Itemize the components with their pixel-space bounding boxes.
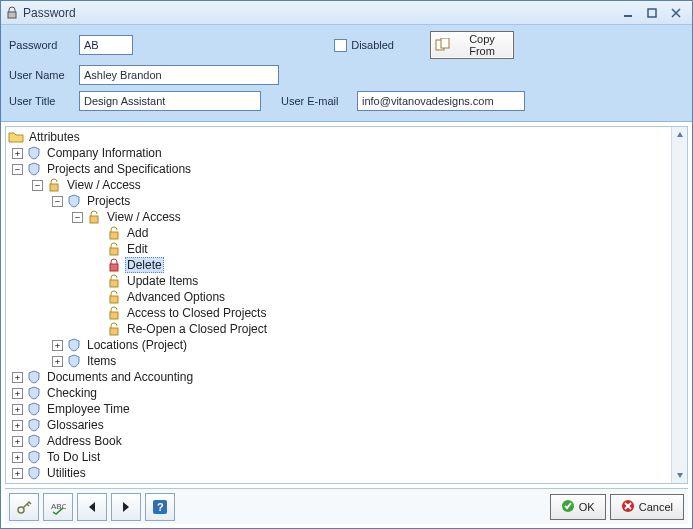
useremail-input[interactable] <box>357 91 525 111</box>
shield-icon <box>26 465 42 481</box>
tree-node-label: Checking <box>45 386 99 400</box>
svg-point-19 <box>622 500 634 512</box>
svg-rect-2 <box>648 9 656 17</box>
shield-icon <box>26 385 42 401</box>
tree-container: Attributes+Company Information−Projects … <box>5 126 688 484</box>
tree-node[interactable]: Delete <box>8 257 671 273</box>
svg-point-18 <box>562 500 574 512</box>
expander-plus[interactable]: + <box>12 404 23 415</box>
tree-node[interactable]: −View / Access <box>8 177 671 193</box>
prev-button[interactable] <box>77 493 107 521</box>
scrollbar[interactable] <box>671 127 687 483</box>
tree-node-label: Documents and Accounting <box>45 370 195 384</box>
copy-from-button[interactable]: Copy From <box>430 31 514 59</box>
lock-open-icon <box>86 209 102 225</box>
cancel-icon <box>621 499 635 515</box>
expander-plus[interactable]: + <box>12 148 23 159</box>
svg-rect-1 <box>624 15 632 17</box>
tree-root-label: Attributes <box>27 130 82 144</box>
lock-open-icon <box>46 177 62 193</box>
tree-node[interactable]: +Employee Time <box>8 401 671 417</box>
tree-node[interactable]: −Projects <box>8 193 671 209</box>
disabled-checkbox[interactable]: Disabled <box>334 39 394 52</box>
expander-plus[interactable]: + <box>12 388 23 399</box>
spellcheck-button[interactable]: ABC <box>43 493 73 521</box>
scroll-track[interactable] <box>672 143 687 467</box>
copy-icon <box>435 38 451 52</box>
expander-plus[interactable]: + <box>52 356 63 367</box>
expander-plus[interactable]: + <box>52 340 63 351</box>
tree-node-label: Delete <box>125 257 164 273</box>
tree-node[interactable]: −Projects and Specifications <box>8 161 671 177</box>
username-input[interactable] <box>79 65 279 85</box>
window-title: Password <box>23 6 76 20</box>
tree-node-label: Company Information <box>45 146 164 160</box>
expander-plus[interactable]: + <box>12 372 23 383</box>
ok-icon <box>561 499 575 515</box>
tree-node[interactable]: −View / Access <box>8 209 671 225</box>
tree-node-label: Advanced Options <box>125 290 227 304</box>
svg-rect-16 <box>153 500 167 514</box>
svg-rect-8 <box>110 248 118 255</box>
tree-node[interactable]: +To Do List <box>8 449 671 465</box>
usertitle-input[interactable] <box>79 91 261 111</box>
tree-node[interactable]: Re-Open a Closed Project <box>8 321 671 337</box>
tree-node[interactable]: Advanced Options <box>8 289 671 305</box>
usertitle-label: User Title <box>9 95 73 107</box>
key-button[interactable] <box>9 493 39 521</box>
scroll-up-button[interactable] <box>672 127 687 143</box>
expander-minus[interactable]: − <box>72 212 83 223</box>
lock-open-icon <box>106 225 122 241</box>
lock-open-icon <box>106 321 122 337</box>
lock-open-icon <box>106 305 122 321</box>
tree-node[interactable]: Access to Closed Projects <box>8 305 671 321</box>
tree-node-label: Update Items <box>125 274 200 288</box>
maximize-button[interactable] <box>640 4 664 22</box>
lock-closed-icon <box>106 257 122 273</box>
password-input[interactable] <box>79 35 133 55</box>
tree-node[interactable]: +Glossaries <box>8 417 671 433</box>
tree-node-label: To Do List <box>45 450 102 464</box>
tree-node[interactable]: +Checking <box>8 385 671 401</box>
tree-node[interactable]: +Utilities <box>8 465 671 481</box>
form-area: Password Disabled Copy From User Name Us… <box>1 25 692 122</box>
tree-node[interactable]: Add <box>8 225 671 241</box>
svg-rect-10 <box>110 280 118 287</box>
next-button[interactable] <box>111 493 141 521</box>
expander-minus[interactable]: − <box>12 164 23 175</box>
svg-rect-11 <box>110 296 118 303</box>
titlebar: Password <box>1 1 692 25</box>
expander-plus[interactable]: + <box>12 436 23 447</box>
shield-icon <box>26 401 42 417</box>
help-button[interactable]: ? <box>145 493 175 521</box>
scroll-down-button[interactable] <box>672 467 687 483</box>
shield-icon <box>66 193 82 209</box>
svg-point-14 <box>18 507 24 513</box>
expander-plus[interactable]: + <box>12 452 23 463</box>
expander-minus[interactable]: − <box>32 180 43 191</box>
tree-node[interactable]: +Items <box>8 353 671 369</box>
expander-plus[interactable]: + <box>12 468 23 479</box>
tree-node-label: Address Book <box>45 434 124 448</box>
tree-node[interactable]: +Documents and Accounting <box>8 369 671 385</box>
app-icon <box>5 6 19 20</box>
close-button[interactable] <box>664 4 688 22</box>
tree-node[interactable]: Update Items <box>8 273 671 289</box>
tree-node[interactable]: Edit <box>8 241 671 257</box>
ok-button[interactable]: OK <box>550 494 606 520</box>
tree-node-label: Edit <box>125 242 150 256</box>
tree-node[interactable]: +Company Information <box>8 145 671 161</box>
checkbox-box[interactable] <box>334 39 347 52</box>
tree-node[interactable]: +Address Book <box>8 433 671 449</box>
tree-node[interactable]: +Locations (Project) <box>8 337 671 353</box>
tree-root[interactable]: Attributes <box>8 129 671 145</box>
tree-node-label: Glossaries <box>45 418 106 432</box>
svg-rect-12 <box>110 312 118 319</box>
attributes-tree[interactable]: Attributes+Company Information−Projects … <box>6 127 671 483</box>
ok-label: OK <box>579 501 595 513</box>
minimize-button[interactable] <box>616 4 640 22</box>
svg-text:?: ? <box>157 501 164 513</box>
cancel-button[interactable]: Cancel <box>610 494 684 520</box>
expander-minus[interactable]: − <box>52 196 63 207</box>
expander-plus[interactable]: + <box>12 420 23 431</box>
